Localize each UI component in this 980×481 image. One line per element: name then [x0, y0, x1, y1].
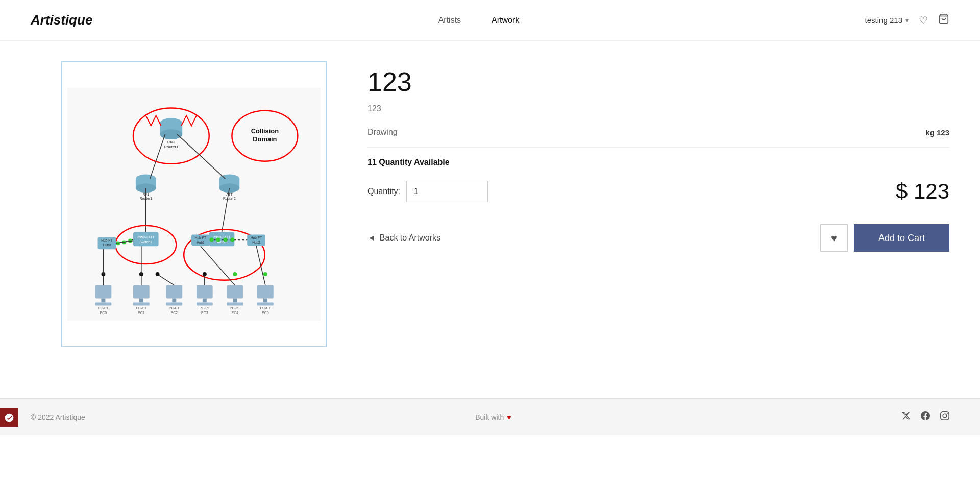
svg-point-72	[156, 272, 160, 276]
svg-rect-60	[139, 299, 143, 303]
svg-text:PC-PT: PC-PT	[98, 306, 109, 310]
quantity-input[interactable]	[406, 181, 488, 202]
wishlist-button[interactable]: ♥	[820, 224, 848, 252]
main-content: 1841 Router1 Collision Domain R#1 Router…	[0, 41, 980, 398]
svg-rect-68	[166, 302, 182, 305]
main-nav: Artists Artwork	[438, 16, 520, 25]
svg-text:PC0: PC0	[100, 311, 107, 315]
user-name: testing 213	[865, 16, 902, 25]
svg-text:Collision: Collision	[251, 127, 279, 135]
svg-text:2950-24TT: 2950-24TT	[137, 235, 155, 239]
svg-text:Hub-PT: Hub-PT	[101, 238, 112, 242]
back-arrow-icon: ◄	[368, 233, 376, 243]
svg-text:Hub-PT: Hub-PT	[251, 236, 262, 239]
svg-text:PC4: PC4	[232, 311, 239, 315]
svg-text:PC-PT: PC-PT	[260, 306, 271, 310]
svg-point-47	[210, 237, 214, 242]
svg-point-86	[233, 272, 237, 276]
svg-rect-66	[166, 285, 182, 299]
action-row: ◄ Back to Artworks ♥ Add to Cart	[368, 224, 949, 252]
nav-artwork[interactable]: Artwork	[492, 16, 519, 25]
svg-text:1841: 1841	[167, 140, 176, 145]
cart-icon[interactable]	[938, 13, 949, 27]
back-to-artworks-link[interactable]: ◄ Back to Artworks	[368, 233, 440, 243]
footer-logo-badge	[0, 408, 18, 427]
svg-text:Router2: Router2	[223, 197, 236, 200]
svg-rect-73	[197, 285, 213, 299]
instagram-icon[interactable]	[940, 411, 949, 423]
dropdown-arrow-icon: ▾	[905, 17, 909, 24]
artwork-meta-row: Drawing kg 123	[368, 128, 949, 148]
wishlist-icon[interactable]: ♡	[919, 14, 928, 27]
built-with-label: Built with	[475, 413, 504, 421]
add-to-cart-button[interactable]: Add to Cart	[854, 224, 949, 252]
artwork-quantity-available: 11 Quantity Available	[368, 158, 949, 167]
svg-rect-80	[227, 285, 243, 299]
svg-point-50	[230, 237, 234, 242]
svg-rect-81	[233, 299, 237, 303]
svg-text:ATT: ATT	[226, 193, 233, 196]
svg-point-93	[263, 272, 267, 276]
svg-text:2960-24TT: 2960-24TT	[213, 235, 231, 239]
svg-rect-82	[227, 302, 243, 305]
svg-text:Router1: Router1	[164, 145, 179, 149]
svg-rect-59	[133, 285, 150, 299]
quantity-section: Quantity:	[368, 181, 488, 202]
svg-text:Hub1: Hub1	[197, 240, 205, 244]
footer: © 2022 Artistique Built with ♥	[0, 398, 980, 435]
artwork-image-container: 1841 Router1 Collision Domain R#1 Router…	[61, 61, 327, 347]
facebook-icon[interactable]	[921, 411, 930, 423]
svg-text:PC2: PC2	[171, 311, 178, 315]
svg-text:PC-PT: PC-PT	[199, 306, 210, 310]
header: Artistique Artists Artwork testing 213 ▾…	[0, 0, 980, 41]
svg-text:Hub-PT: Hub-PT	[195, 236, 206, 239]
footer-copyright: © 2022 Artistique	[31, 413, 85, 421]
svg-text:PC-PT: PC-PT	[169, 306, 180, 310]
svg-rect-61	[133, 302, 150, 305]
svg-rect-67	[172, 299, 176, 303]
svg-text:PC3: PC3	[201, 311, 208, 315]
footer-brand-icon	[4, 413, 14, 423]
svg-text:PC-PT: PC-PT	[136, 306, 147, 310]
artwork-dimensions: kg 123	[925, 128, 949, 137]
svg-text:PC1: PC1	[138, 311, 145, 315]
twitter-icon[interactable]	[901, 411, 911, 423]
svg-point-5	[160, 129, 183, 139]
svg-text:Hub2: Hub2	[252, 240, 260, 244]
artwork-detail: 123 123 Drawing kg 123 11 Quantity Avail…	[368, 61, 949, 378]
artwork-description: 123	[368, 104, 949, 113]
artwork-image: 1841 Router1 Collision Domain R#1 Router…	[67, 67, 321, 341]
back-label: Back to Artworks	[380, 233, 440, 243]
svg-rect-54	[95, 302, 112, 305]
svg-rect-89	[257, 302, 274, 305]
header-right: testing 213 ▾ ♡	[865, 13, 949, 27]
svg-rect-88	[263, 299, 267, 303]
svg-point-79	[203, 272, 207, 276]
svg-rect-87	[257, 285, 274, 299]
logo[interactable]: Artistique	[31, 12, 92, 28]
svg-point-48	[216, 237, 220, 242]
quantity-price-row: Quantity: $ 123	[368, 179, 949, 204]
quantity-label: Quantity:	[368, 187, 400, 196]
svg-text:Domain: Domain	[253, 135, 277, 143]
user-menu[interactable]: testing 213 ▾	[865, 16, 909, 25]
svg-text:Switch1: Switch1	[140, 240, 152, 244]
svg-rect-74	[203, 299, 207, 303]
footer-built-with: Built with ♥	[475, 413, 511, 421]
svg-text:PC5: PC5	[262, 311, 269, 315]
svg-point-49	[224, 237, 228, 242]
svg-text:Hub0: Hub0	[103, 243, 111, 247]
nav-artists[interactable]: Artists	[438, 16, 461, 25]
svg-rect-52	[95, 285, 112, 299]
artwork-category: Drawing	[368, 128, 398, 137]
footer-heart-icon: ♥	[507, 413, 511, 421]
cart-actions: ♥ Add to Cart	[820, 224, 949, 252]
svg-text:PC-PT: PC-PT	[230, 306, 241, 310]
footer-social-links	[901, 411, 949, 423]
svg-rect-53	[101, 299, 105, 303]
wishlist-heart-icon: ♥	[831, 232, 837, 244]
artwork-title: 123	[368, 66, 949, 97]
price: $ 123	[896, 179, 949, 204]
svg-rect-75	[197, 302, 213, 305]
